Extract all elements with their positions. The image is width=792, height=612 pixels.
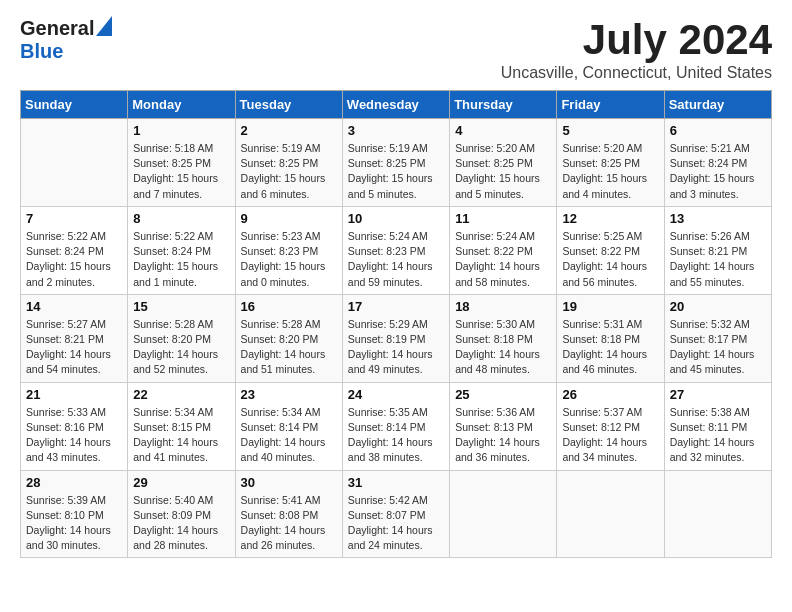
day-number: 7 (26, 211, 122, 226)
day-info: Sunrise: 5:19 AMSunset: 8:25 PMDaylight:… (348, 141, 444, 202)
day-info: Sunrise: 5:23 AMSunset: 8:23 PMDaylight:… (241, 229, 337, 290)
calendar-cell: 1Sunrise: 5:18 AMSunset: 8:25 PMDaylight… (128, 119, 235, 207)
calendar-cell: 28Sunrise: 5:39 AMSunset: 8:10 PMDayligh… (21, 470, 128, 558)
calendar-cell: 9Sunrise: 5:23 AMSunset: 8:23 PMDaylight… (235, 206, 342, 294)
day-info: Sunrise: 5:32 AMSunset: 8:17 PMDaylight:… (670, 317, 766, 378)
day-info: Sunrise: 5:28 AMSunset: 8:20 PMDaylight:… (133, 317, 229, 378)
day-number: 27 (670, 387, 766, 402)
day-number: 18 (455, 299, 551, 314)
calendar-cell: 12Sunrise: 5:25 AMSunset: 8:22 PMDayligh… (557, 206, 664, 294)
day-info: Sunrise: 5:24 AMSunset: 8:23 PMDaylight:… (348, 229, 444, 290)
calendar-cell (450, 470, 557, 558)
logo-blue: Blue (20, 40, 63, 62)
week-row-4: 21Sunrise: 5:33 AMSunset: 8:16 PMDayligh… (21, 382, 772, 470)
day-info: Sunrise: 5:42 AMSunset: 8:07 PMDaylight:… (348, 493, 444, 554)
day-number: 14 (26, 299, 122, 314)
day-number: 4 (455, 123, 551, 138)
day-info: Sunrise: 5:41 AMSunset: 8:08 PMDaylight:… (241, 493, 337, 554)
calendar-cell: 14Sunrise: 5:27 AMSunset: 8:21 PMDayligh… (21, 294, 128, 382)
title-area: July 2024 Uncasville, Connecticut, Unite… (501, 16, 772, 82)
calendar-cell: 5Sunrise: 5:20 AMSunset: 8:25 PMDaylight… (557, 119, 664, 207)
calendar-cell: 15Sunrise: 5:28 AMSunset: 8:20 PMDayligh… (128, 294, 235, 382)
calendar-cell: 11Sunrise: 5:24 AMSunset: 8:22 PMDayligh… (450, 206, 557, 294)
day-number: 13 (670, 211, 766, 226)
calendar-cell: 22Sunrise: 5:34 AMSunset: 8:15 PMDayligh… (128, 382, 235, 470)
calendar-cell: 13Sunrise: 5:26 AMSunset: 8:21 PMDayligh… (664, 206, 771, 294)
col-header-thursday: Thursday (450, 91, 557, 119)
calendar-cell: 27Sunrise: 5:38 AMSunset: 8:11 PMDayligh… (664, 382, 771, 470)
day-info: Sunrise: 5:28 AMSunset: 8:20 PMDaylight:… (241, 317, 337, 378)
day-number: 19 (562, 299, 658, 314)
day-number: 20 (670, 299, 766, 314)
day-number: 25 (455, 387, 551, 402)
calendar-cell: 3Sunrise: 5:19 AMSunset: 8:25 PMDaylight… (342, 119, 449, 207)
day-info: Sunrise: 5:30 AMSunset: 8:18 PMDaylight:… (455, 317, 551, 378)
col-header-friday: Friday (557, 91, 664, 119)
logo: General Blue (20, 16, 112, 62)
calendar-cell: 7Sunrise: 5:22 AMSunset: 8:24 PMDaylight… (21, 206, 128, 294)
day-number: 1 (133, 123, 229, 138)
week-row-5: 28Sunrise: 5:39 AMSunset: 8:10 PMDayligh… (21, 470, 772, 558)
calendar-cell: 21Sunrise: 5:33 AMSunset: 8:16 PMDayligh… (21, 382, 128, 470)
day-info: Sunrise: 5:35 AMSunset: 8:14 PMDaylight:… (348, 405, 444, 466)
week-row-3: 14Sunrise: 5:27 AMSunset: 8:21 PMDayligh… (21, 294, 772, 382)
calendar-cell: 29Sunrise: 5:40 AMSunset: 8:09 PMDayligh… (128, 470, 235, 558)
day-number: 3 (348, 123, 444, 138)
calendar-cell: 2Sunrise: 5:19 AMSunset: 8:25 PMDaylight… (235, 119, 342, 207)
day-info: Sunrise: 5:18 AMSunset: 8:25 PMDaylight:… (133, 141, 229, 202)
calendar-cell: 26Sunrise: 5:37 AMSunset: 8:12 PMDayligh… (557, 382, 664, 470)
day-number: 6 (670, 123, 766, 138)
day-info: Sunrise: 5:26 AMSunset: 8:21 PMDaylight:… (670, 229, 766, 290)
day-number: 12 (562, 211, 658, 226)
day-number: 2 (241, 123, 337, 138)
calendar-header-row: SundayMondayTuesdayWednesdayThursdayFrid… (21, 91, 772, 119)
day-number: 5 (562, 123, 658, 138)
day-info: Sunrise: 5:36 AMSunset: 8:13 PMDaylight:… (455, 405, 551, 466)
day-info: Sunrise: 5:20 AMSunset: 8:25 PMDaylight:… (455, 141, 551, 202)
calendar-cell: 6Sunrise: 5:21 AMSunset: 8:24 PMDaylight… (664, 119, 771, 207)
day-number: 8 (133, 211, 229, 226)
calendar-cell (21, 119, 128, 207)
day-info: Sunrise: 5:19 AMSunset: 8:25 PMDaylight:… (241, 141, 337, 202)
col-header-saturday: Saturday (664, 91, 771, 119)
day-number: 10 (348, 211, 444, 226)
day-info: Sunrise: 5:33 AMSunset: 8:16 PMDaylight:… (26, 405, 122, 466)
col-header-wednesday: Wednesday (342, 91, 449, 119)
day-number: 30 (241, 475, 337, 490)
day-number: 29 (133, 475, 229, 490)
day-number: 16 (241, 299, 337, 314)
day-number: 21 (26, 387, 122, 402)
day-number: 11 (455, 211, 551, 226)
day-info: Sunrise: 5:24 AMSunset: 8:22 PMDaylight:… (455, 229, 551, 290)
calendar-cell: 16Sunrise: 5:28 AMSunset: 8:20 PMDayligh… (235, 294, 342, 382)
day-number: 23 (241, 387, 337, 402)
svg-marker-0 (96, 16, 112, 36)
calendar-cell: 20Sunrise: 5:32 AMSunset: 8:17 PMDayligh… (664, 294, 771, 382)
day-info: Sunrise: 5:38 AMSunset: 8:11 PMDaylight:… (670, 405, 766, 466)
day-info: Sunrise: 5:21 AMSunset: 8:24 PMDaylight:… (670, 141, 766, 202)
calendar-cell: 31Sunrise: 5:42 AMSunset: 8:07 PMDayligh… (342, 470, 449, 558)
day-number: 9 (241, 211, 337, 226)
calendar-cell: 18Sunrise: 5:30 AMSunset: 8:18 PMDayligh… (450, 294, 557, 382)
week-row-2: 7Sunrise: 5:22 AMSunset: 8:24 PMDaylight… (21, 206, 772, 294)
day-info: Sunrise: 5:22 AMSunset: 8:24 PMDaylight:… (133, 229, 229, 290)
subtitle: Uncasville, Connecticut, United States (501, 64, 772, 82)
col-header-sunday: Sunday (21, 91, 128, 119)
day-info: Sunrise: 5:39 AMSunset: 8:10 PMDaylight:… (26, 493, 122, 554)
day-info: Sunrise: 5:37 AMSunset: 8:12 PMDaylight:… (562, 405, 658, 466)
day-number: 28 (26, 475, 122, 490)
day-info: Sunrise: 5:40 AMSunset: 8:09 PMDaylight:… (133, 493, 229, 554)
day-info: Sunrise: 5:29 AMSunset: 8:19 PMDaylight:… (348, 317, 444, 378)
calendar-cell (557, 470, 664, 558)
day-info: Sunrise: 5:20 AMSunset: 8:25 PMDaylight:… (562, 141, 658, 202)
calendar-cell: 23Sunrise: 5:34 AMSunset: 8:14 PMDayligh… (235, 382, 342, 470)
day-number: 15 (133, 299, 229, 314)
day-info: Sunrise: 5:34 AMSunset: 8:15 PMDaylight:… (133, 405, 229, 466)
col-header-monday: Monday (128, 91, 235, 119)
calendar-cell: 17Sunrise: 5:29 AMSunset: 8:19 PMDayligh… (342, 294, 449, 382)
logo-triangle-icon (96, 16, 112, 40)
week-row-1: 1Sunrise: 5:18 AMSunset: 8:25 PMDaylight… (21, 119, 772, 207)
calendar-cell: 10Sunrise: 5:24 AMSunset: 8:23 PMDayligh… (342, 206, 449, 294)
day-info: Sunrise: 5:34 AMSunset: 8:14 PMDaylight:… (241, 405, 337, 466)
day-number: 26 (562, 387, 658, 402)
